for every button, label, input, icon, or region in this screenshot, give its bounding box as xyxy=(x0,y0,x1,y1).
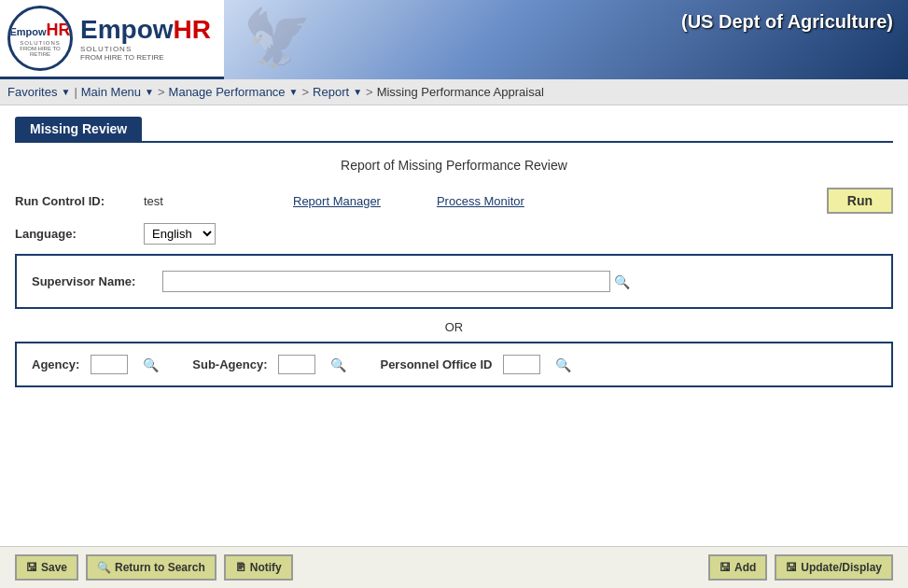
header-right: 🦅 (US Dept of Agriculture) xyxy=(224,0,908,79)
nav-sep-1: | xyxy=(74,85,77,99)
run-button[interactable]: Run xyxy=(827,188,893,214)
agency-input[interactable] xyxy=(91,355,128,374)
logo-area: EmpowHR SOLUTIONS FROM HIRE TO RETIRE Em… xyxy=(0,0,224,79)
nav-sep-2: > xyxy=(158,85,165,99)
page-tab-bar: Missing Review xyxy=(15,117,893,143)
subagency-search-button[interactable]: 🔍 xyxy=(330,357,346,372)
supervisor-search-button[interactable]: 🔍 xyxy=(614,274,630,289)
language-select[interactable]: English Spanish French xyxy=(144,223,216,245)
org-title: (US Dept of Agriculture) xyxy=(681,11,893,33)
supervisor-row: Supervisor Name: 🔍 xyxy=(32,271,876,292)
personnel-search-button[interactable]: 🔍 xyxy=(555,357,571,372)
page-tab[interactable]: Missing Review xyxy=(15,117,142,141)
supervisor-search-section: Supervisor Name: 🔍 xyxy=(15,254,893,309)
or-divider: OR xyxy=(15,320,893,334)
personnel-office-input[interactable] xyxy=(503,355,540,374)
page-title: Report of Missing Performance Review xyxy=(15,158,893,173)
agency-label: Agency: xyxy=(32,357,79,371)
agency-search-button[interactable]: 🔍 xyxy=(143,357,159,372)
header: EmpowHR SOLUTIONS FROM HIRE TO RETIRE Em… xyxy=(0,0,908,79)
main-menu-dropdown-icon: ▼ xyxy=(145,87,154,97)
notify-button[interactable]: 🖹 Notify xyxy=(224,554,293,581)
save-button[interactable]: 🖫 Save xyxy=(15,554,78,581)
run-control-value: test xyxy=(144,194,256,208)
nav-main-menu[interactable]: Main Menu ▼ xyxy=(81,85,154,99)
update-display-icon: 🖫 xyxy=(786,561,797,574)
report-manager-link[interactable]: Report Manager xyxy=(293,194,381,208)
run-control-label: Run Control ID: xyxy=(15,194,136,208)
main-content: Missing Review Report of Missing Perform… xyxy=(0,105,908,417)
nav-sep-4: > xyxy=(366,85,373,99)
run-control-row: Run Control ID: test Report Manager Proc… xyxy=(15,188,893,214)
nav-sep-3: > xyxy=(302,85,310,99)
nav-favorites[interactable]: Favorites ▼ xyxy=(7,85,70,99)
logo-circle: EmpowHR SOLUTIONS FROM HIRE TO RETIRE xyxy=(7,6,73,71)
navbar: Favorites ▼ | Main Menu ▼ > Manage Perfo… xyxy=(0,79,908,105)
process-monitor-link[interactable]: Process Monitor xyxy=(437,194,524,208)
supervisor-label: Supervisor Name: xyxy=(32,274,162,288)
eagle-watermark: 🦅 xyxy=(243,5,313,71)
language-label: Language: xyxy=(15,227,136,241)
notify-icon: 🖹 xyxy=(235,561,246,574)
toolbar-left: 🖫 Save 🔍 Return to Search 🖹 Notify xyxy=(15,554,293,581)
nav-report[interactable]: Report ▼ xyxy=(313,85,362,99)
subagency-input[interactable] xyxy=(278,355,315,374)
add-button[interactable]: 🖫 Add xyxy=(708,554,767,581)
return-to-search-button[interactable]: 🔍 Return to Search xyxy=(86,554,217,581)
bottom-toolbar: 🖫 Save 🔍 Return to Search 🖹 Notify 🖫 Add… xyxy=(0,546,908,588)
logo-solutions: SOLUTIONS xyxy=(80,45,211,53)
language-row: Language: English Spanish French xyxy=(15,223,893,245)
supervisor-name-input[interactable] xyxy=(162,271,610,292)
report-dropdown-icon: ▼ xyxy=(353,87,362,97)
agency-section: Agency: 🔍 Sub-Agency: 🔍 Personnel Office… xyxy=(15,342,893,387)
favorites-dropdown-icon: ▼ xyxy=(61,87,70,97)
nav-manage-performance[interactable]: Manage Performance ▼ xyxy=(169,85,299,99)
manage-perf-dropdown-icon: ▼ xyxy=(289,87,299,97)
agency-row: Agency: 🔍 Sub-Agency: 🔍 Personnel Office… xyxy=(32,355,876,374)
logo-tagline: FROM HIRE TO RETIRE xyxy=(80,53,211,62)
personnel-office-label: Personnel Office ID xyxy=(380,357,492,371)
toolbar-right: 🖫 Add 🖫 Update/Display xyxy=(708,554,893,581)
return-search-icon: 🔍 xyxy=(97,561,111,574)
save-icon: 🖫 xyxy=(26,561,37,574)
nav-current-page: Missing Performance Appraisal xyxy=(377,85,544,99)
update-display-button[interactable]: 🖫 Update/Display xyxy=(775,554,893,581)
subagency-label: Sub-Agency: xyxy=(192,357,267,371)
add-icon: 🖫 xyxy=(719,561,731,574)
